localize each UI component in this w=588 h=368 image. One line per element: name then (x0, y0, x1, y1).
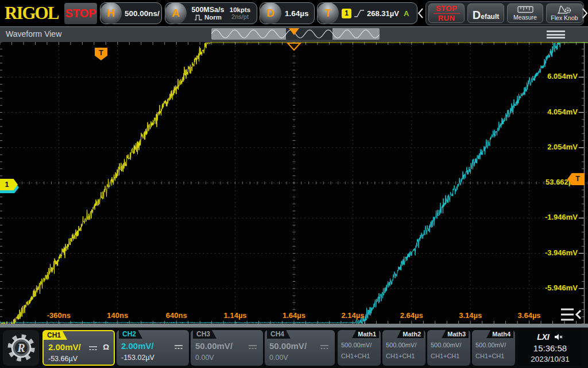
pulse-icon (194, 14, 203, 21)
math3-expr: CH1+CH1 (431, 352, 459, 359)
clock-date: 2023/10/31 (518, 355, 582, 363)
graticule (0, 42, 588, 324)
math-box-1[interactable]: Math1 500.00mV/ CH1+CH1 (338, 330, 381, 366)
acquisition-control[interactable]: A 500MSa/s Norm 10kpts 2ns/pt (165, 2, 257, 24)
menu-icon[interactable] (547, 30, 565, 39)
math-box-3[interactable]: Math3 500.00mV/ CH1+CH1 (427, 330, 470, 366)
nav-next-icon[interactable] (582, 7, 588, 19)
sample-rate: 500MSa/s (189, 6, 227, 14)
default-label-initial: D (473, 9, 481, 22)
math2-scale: 500.00mV/ (386, 342, 416, 348)
t-knob-icon[interactable]: T (317, 2, 339, 24)
knob-icon (556, 5, 573, 14)
time-label: 2.64µs (383, 311, 440, 320)
gear-icon: R (6, 332, 37, 363)
flex-knob-label: Flex Knob (551, 14, 578, 21)
math-box-4[interactable]: Math4 500.00mV/ CH1+CH1 (472, 330, 515, 366)
oscilloscope-screen: RIGOL STOP H 500.00ns/ A 500MSa/s Norm 1… (0, 0, 588, 368)
ch1-coupling-icon (88, 345, 98, 351)
ch1-impedance: Ω (103, 343, 109, 351)
svg-text:R: R (17, 342, 25, 354)
math3-tab: Math3 (442, 330, 469, 338)
waveform-display[interactable]: T 2 1 T 6.054mV4.054mV2.054mV53.662µV-1.… (0, 42, 588, 324)
ch2-offset: -153.02µV (121, 354, 154, 362)
ch4-tab: CH4 (267, 330, 291, 339)
ch2-scale: 2.00mV/ (121, 341, 154, 351)
time-label: 140ns (89, 311, 146, 320)
channel-box-ch3[interactable]: CH3 50.00mV/ 0.00V (191, 330, 263, 366)
math1-scale: 500.00mV/ (341, 342, 372, 348)
a-knob-icon[interactable]: A (165, 2, 187, 24)
d-knob-icon[interactable]: D (260, 2, 281, 24)
sample-resolution: 2ns/pt (227, 13, 253, 20)
measure-button[interactable]: Measure (507, 3, 543, 23)
ch3-scale: 50.00mV/ (195, 341, 233, 351)
h-knob-icon[interactable]: H (100, 2, 122, 24)
ch2-tab: CH2 (119, 330, 142, 339)
stop-run-button[interactable]: STOP RUN (428, 3, 465, 23)
measure-label: Measure (513, 14, 537, 21)
delay-control[interactable]: D 1.64µs (260, 2, 315, 24)
ch4-offset: 0.00V (269, 354, 288, 362)
trigger-source-badge: 1 (342, 9, 351, 18)
rigol-gear-logo[interactable]: R (3, 330, 39, 366)
ruler-icon (517, 6, 533, 13)
math4-scale: 500.00mV/ (475, 342, 506, 348)
lxi-label: LXI (537, 332, 549, 342)
memory-depth: 10kpts (227, 6, 253, 13)
channel-box-ch2[interactable]: CH2 2.00mV/ -153.02µV (117, 330, 189, 366)
voltage-label: 4.054mV (520, 108, 578, 116)
trigger-level-value: 268.31µV (367, 9, 399, 18)
time-label: 1.64µs (265, 311, 323, 320)
time-label: 640ns (148, 311, 205, 320)
trigger-control[interactable]: T 1 268.31µV A (317, 2, 417, 24)
ch4-coupling-icon (320, 344, 329, 350)
delay-value: 1.64µs (285, 9, 309, 18)
record-navigator[interactable] (211, 28, 380, 40)
bezel-strip (0, 324, 588, 328)
time-label: 2.14µs (324, 311, 381, 320)
horizontal-scale-value: 500.00ns/ (125, 9, 160, 18)
math2-expr: CH1+CH1 (386, 352, 415, 359)
nav-prev-icon[interactable] (417, 7, 424, 19)
rigol-logo: RIGOL (5, 3, 62, 22)
time-label: -360ns (30, 311, 87, 320)
flex-knob-button[interactable]: Flex Knob (546, 3, 583, 23)
stop-label: STOP (436, 5, 457, 13)
ch4-scale: 50.00mV/ (269, 341, 307, 351)
time-label: 1.14µs (207, 311, 264, 320)
voltage-label: -5.946mV (520, 283, 578, 292)
speaker-muted-icon (554, 334, 563, 340)
view-title: Waveform View (6, 26, 61, 42)
math3-scale: 500.00mV/ (431, 342, 461, 348)
channel-box-ch4[interactable]: CH4 50.00mV/ 0.00V (265, 330, 335, 366)
channel-box-ch1[interactable]: CH1 2.00mV/ Ω -53.66µV (42, 330, 115, 366)
default-label-rest: efault (481, 13, 499, 21)
grid-menu-icon[interactable] (560, 307, 582, 322)
quick-button-group: STOP RUN Default Measure (425, 1, 584, 25)
time-label: 3.64µs (501, 311, 558, 320)
ch3-coupling-icon (248, 344, 257, 350)
rising-edge-icon (354, 9, 365, 18)
voltage-label: 2.054mV (520, 143, 578, 151)
status-clock-box[interactable]: LXI 15:36:58 2023/10/31 (518, 330, 582, 366)
clock-time: 15:36:58 (518, 343, 582, 353)
ch1-tab: CH1 (44, 331, 67, 340)
math2-tab: Math2 (397, 330, 424, 338)
default-button[interactable]: Default (467, 3, 504, 23)
acquisition-mode: Norm (204, 14, 222, 21)
acquisition-status-badge: STOP (64, 3, 97, 24)
voltage-label: 6.054mV (520, 72, 578, 80)
ch3-offset: 0.00V (195, 354, 214, 362)
math1-expr: CH1+CH1 (341, 352, 370, 359)
math-box-2[interactable]: Math2 500.00mV/ CH1+CH1 (382, 330, 425, 366)
ch1-offset: -53.66µV (48, 355, 78, 363)
bottom-bar: R CH1 2.00mV/ Ω -53.66µV CH2 2.00mV/ (0, 328, 588, 368)
waveform-view-titlebar: Waveform View (0, 26, 588, 42)
voltage-label: -1.946mV (520, 213, 578, 221)
trigger-sweep-auto: A (404, 9, 409, 18)
time-label: 3.14µs (442, 311, 499, 320)
voltage-label: -3.946mV (520, 248, 578, 257)
horizontal-scale-control[interactable]: H 500.00ns/ (100, 2, 162, 24)
ch3-tab: CH3 (193, 330, 216, 339)
